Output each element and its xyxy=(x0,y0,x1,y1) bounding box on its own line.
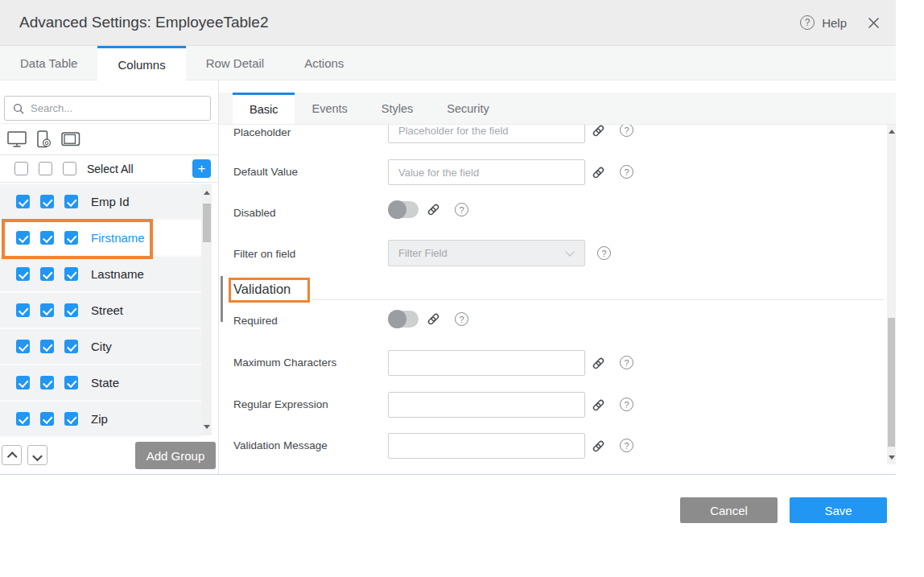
tab-security[interactable]: Security xyxy=(430,93,505,124)
required-toggle[interactable] xyxy=(388,311,419,328)
select-all-tablet-checkbox[interactable] xyxy=(63,162,76,175)
maximum-characters-label: Maximum Characters xyxy=(233,357,336,369)
desktop-checkbox[interactable] xyxy=(16,412,30,426)
dialog-body: Select All + Emp Id xyxy=(0,80,896,475)
maximum-characters-input[interactable] xyxy=(388,350,585,376)
question-icon[interactable]: ? xyxy=(455,203,468,216)
mobile-checkbox[interactable] xyxy=(40,195,54,208)
question-glyph: ? xyxy=(624,441,629,451)
tablet-checkbox[interactable] xyxy=(64,412,78,426)
move-up-button[interactable] xyxy=(2,445,22,465)
mobile-checkbox[interactable] xyxy=(40,231,54,245)
link-icon[interactable] xyxy=(592,357,605,370)
scroll-up-icon[interactable] xyxy=(204,191,210,195)
tablet-checkbox[interactable] xyxy=(64,267,78,281)
validation-message-input[interactable] xyxy=(388,433,585,459)
desktop-checkbox[interactable] xyxy=(16,231,30,245)
sidebar-scrollbar[interactable] xyxy=(201,184,212,435)
add-group-button[interactable]: Add Group xyxy=(135,442,216,469)
scroll-up-icon[interactable] xyxy=(889,130,895,134)
save-button[interactable]: Save xyxy=(790,497,887,523)
mobile-checkbox[interactable] xyxy=(40,303,54,317)
scroll-down-icon[interactable] xyxy=(889,455,895,460)
select-all-desktop-checkbox[interactable] xyxy=(14,162,28,175)
close-icon[interactable] xyxy=(868,17,880,29)
tablet-checkbox[interactable] xyxy=(64,376,78,389)
link-icon[interactable] xyxy=(592,166,605,179)
column-row-state[interactable]: State xyxy=(0,365,201,402)
tab-row-detail[interactable]: Row Detail xyxy=(186,46,285,80)
search-input[interactable] xyxy=(24,102,210,114)
question-icon[interactable]: ? xyxy=(620,123,633,137)
column-row-lastname[interactable]: Lastname xyxy=(0,257,201,293)
disabled-label: Disabled xyxy=(233,207,276,219)
tablet-checkbox[interactable] xyxy=(64,231,78,245)
question-icon[interactable]: ? xyxy=(620,439,633,452)
column-row-zip[interactable]: Zip xyxy=(0,402,201,438)
desktop-checkbox[interactable] xyxy=(16,195,30,208)
desktop-checkbox[interactable] xyxy=(16,267,30,281)
filter-on-field-label: Filter on field xyxy=(233,248,295,260)
scroll-down-icon[interactable] xyxy=(204,425,210,429)
question-icon[interactable]: ? xyxy=(620,398,633,411)
column-label: City xyxy=(91,340,112,353)
disabled-toggle[interactable] xyxy=(388,201,419,218)
column-label: Firstname xyxy=(91,231,145,245)
column-row-emp-id[interactable]: Emp Id xyxy=(0,184,201,220)
column-row-street[interactable]: Street xyxy=(0,293,201,329)
regular-expression-label: Regular Expression xyxy=(233,398,328,410)
default-value-input[interactable] xyxy=(388,159,585,185)
tab-styles[interactable]: Styles xyxy=(365,93,431,124)
tab-basic[interactable]: Basic xyxy=(233,93,295,124)
filter-field-select[interactable]: Filter Field xyxy=(388,240,585,266)
column-order-buttons xyxy=(2,445,47,465)
add-column-button[interactable]: + xyxy=(192,159,211,178)
link-icon[interactable] xyxy=(592,124,605,138)
question-icon[interactable]: ? xyxy=(620,165,633,179)
link-icon[interactable] xyxy=(427,312,440,326)
tab-data-table[interactable]: Data Table xyxy=(0,46,97,80)
mobile-checkbox[interactable] xyxy=(40,340,54,353)
question-icon[interactable]: ? xyxy=(620,356,633,369)
dialog-tab-bar: Data Table Columns Row Detail Actions xyxy=(0,46,896,80)
dialog-header: Advanced Settings: EmployeeTable2 ? Help xyxy=(0,0,896,46)
link-icon[interactable] xyxy=(427,203,440,216)
scrollbar-thumb[interactable] xyxy=(888,318,895,447)
cancel-button[interactable]: Cancel xyxy=(680,497,778,523)
panel-resize-handle[interactable] xyxy=(221,276,223,322)
link-icon[interactable] xyxy=(592,439,605,453)
desktop-checkbox[interactable] xyxy=(16,303,30,317)
panel-scrollbar[interactable] xyxy=(887,125,896,464)
question-icon[interactable]: ? xyxy=(455,312,468,326)
question-icon[interactable]: ? xyxy=(597,246,611,260)
help-button[interactable]: Help xyxy=(822,16,847,30)
mobile-checkbox[interactable] xyxy=(40,376,54,389)
tablet-checkbox[interactable] xyxy=(64,303,78,317)
mobile-checkbox[interactable] xyxy=(40,412,54,426)
tablet-icon[interactable] xyxy=(61,132,80,146)
tablet-checkbox[interactable] xyxy=(64,340,78,353)
help-icon[interactable]: ? xyxy=(800,15,815,30)
header-actions: ? Help xyxy=(800,15,896,30)
mobile-checkbox[interactable] xyxy=(40,267,54,281)
select-all-label: Select All xyxy=(87,163,134,175)
regular-expression-input[interactable] xyxy=(388,392,585,418)
question-glyph: ? xyxy=(624,400,629,410)
scrollbar-thumb[interactable] xyxy=(203,204,211,242)
tab-events[interactable]: Events xyxy=(295,93,364,124)
move-down-button[interactable] xyxy=(27,445,47,465)
question-glyph: ? xyxy=(459,205,464,215)
select-all-mobile-checkbox[interactable] xyxy=(39,162,52,175)
column-row-firstname[interactable]: Firstname xyxy=(0,220,201,257)
column-label: Emp Id xyxy=(91,195,130,208)
mobile-icon[interactable] xyxy=(37,130,52,149)
column-row-city[interactable]: City xyxy=(0,329,201,365)
question-glyph: ? xyxy=(624,167,629,177)
desktop-checkbox[interactable] xyxy=(16,340,30,353)
desktop-checkbox[interactable] xyxy=(16,376,30,389)
tab-actions[interactable]: Actions xyxy=(284,46,364,80)
tab-columns[interactable]: Columns xyxy=(97,46,185,80)
tablet-checkbox[interactable] xyxy=(64,195,78,208)
desktop-icon[interactable] xyxy=(7,131,27,148)
link-icon[interactable] xyxy=(592,398,605,412)
